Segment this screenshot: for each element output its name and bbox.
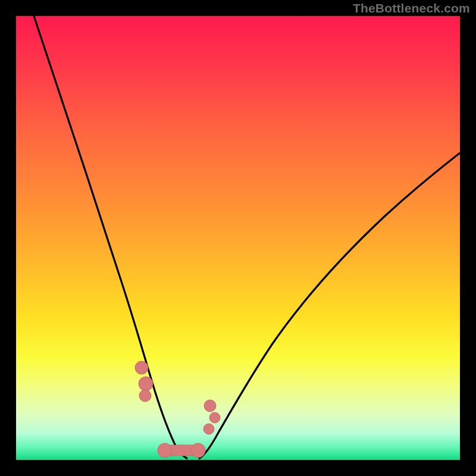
marker-dot: [204, 400, 216, 412]
left-markers-group: [135, 361, 153, 402]
marker-dot: [139, 377, 153, 391]
marker-dot: [139, 390, 151, 402]
right-curve: [199, 153, 460, 459]
watermark-text: TheBottleneck.com: [353, 1, 470, 15]
svg-point-2: [191, 443, 205, 458]
right-markers-group: [203, 400, 220, 434]
marker-dot: [135, 361, 148, 374]
chart-frame: TheBottleneck.com: [0, 0, 476, 476]
marker-dot: [209, 412, 220, 423]
left-curve: [34, 16, 187, 459]
svg-point-1: [158, 443, 172, 458]
chart-svg: [16, 16, 460, 460]
plot-area: [16, 16, 460, 460]
bottom-connector: [158, 443, 205, 458]
marker-dot: [203, 424, 214, 434]
